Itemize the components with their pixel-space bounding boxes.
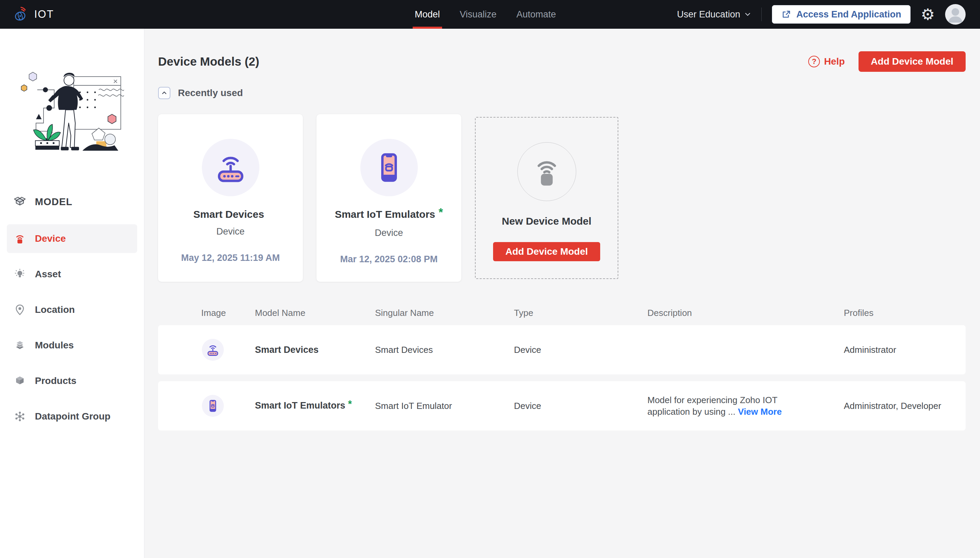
router-icon [214,151,247,184]
col-header-profiles: Profiles [844,308,966,318]
phone-icon [373,151,406,184]
lightbulb-icon [14,268,26,280]
org-dropdown[interactable]: User Education [677,9,751,20]
iot-logo-icon [12,6,29,23]
sidebar-item-label: Asset [35,269,61,280]
sidebar-item-label: Datapoint Group [35,411,110,422]
recently-used-header: Recently used [158,87,966,99]
sidebar-item-modules[interactable]: Modules [7,331,137,360]
device-wifi-icon [14,233,26,245]
col-header-type: Type [514,308,648,318]
topbar-divider [761,8,762,21]
generic-device-icon [530,154,564,189]
cell-model-name: Smart Devices [255,345,375,355]
tab-model[interactable]: Model [413,0,442,29]
sidebar-item-device[interactable]: Device [7,224,137,253]
new-card-icon-circle [517,142,576,201]
card-type: Device [375,228,403,238]
sidebar-item-label: Modules [35,340,74,351]
router-icon [206,343,220,357]
gear-icon[interactable]: ⚙ [921,7,935,22]
sidebar-item-label: Device [35,233,66,244]
new-card-title: New Device Model [502,215,592,227]
table-row[interactable]: Smart IoT Emulators* Smart IoT Emulator … [158,381,966,430]
card-icon-circle [202,139,259,196]
sidebar-menu: MODEL Device [0,192,144,431]
sidebar-section-model: MODEL [7,192,137,212]
sidebar-section-label: MODEL [35,196,72,208]
page-header: Device Models (2) ? Help Add Device Mode… [158,51,966,72]
user-avatar[interactable] [945,4,966,25]
brand: IOT [12,6,54,23]
card-icon-circle [360,139,418,196]
card-date: May 12, 2025 11:19 AM [181,253,280,263]
chevron-up-icon [161,90,167,96]
cell-description: Model for experiencing Zoho IOT applicat… [648,394,801,418]
sidebar-item-products[interactable]: Products [7,366,137,395]
sidebar-item-label: Location [35,304,75,315]
new-device-model-card: New Device Model Add Device Model [475,117,618,279]
add-device-model-card-button[interactable]: Add Device Model [493,242,600,261]
brand-text: IOT [34,8,54,21]
main-content: Device Models (2) ? Help Add Device Mode… [145,29,980,558]
map-pin-icon [14,304,26,315]
cell-singular-name: Smart Devices [375,345,514,355]
cell-profiles: Administrator [844,345,966,355]
recently-used-cards: Smart Devices Device May 12, 2025 11:19 … [158,114,966,282]
cell-singular-name: Smart IoT Emulator [375,401,514,411]
help-link[interactable]: ? Help [808,56,845,67]
topbar-right: User Education Access End Application ⚙ [677,4,966,25]
device-models-table: Image Model Name Singular Name Type Desc… [158,308,966,430]
collapse-toggle[interactable] [158,87,170,99]
sidebar: MODEL Device [0,29,145,558]
sidebar-item-label: Products [35,376,76,386]
question-mark-icon: ? [808,56,820,67]
tab-visualize[interactable]: Visualize [458,0,499,29]
col-header-singular-name: Singular Name [375,308,514,318]
tab-automate[interactable]: Automate [514,0,558,29]
access-end-application-button[interactable]: Access End Application [772,5,911,24]
col-header-model-name: Model Name [255,308,375,318]
recently-used-label: Recently used [178,87,243,98]
col-header-image: Image [201,308,255,318]
col-header-description: Description [648,308,844,318]
cell-profiles: Administrator, Developer [844,401,966,411]
sidebar-illustration [18,56,144,159]
open-box-icon [14,195,26,208]
default-star: * [348,398,352,410]
chevron-down-icon [744,11,751,18]
sidebar-item-asset[interactable]: Asset [7,260,137,289]
row-icon-circle [202,395,224,417]
table-header-row: Image Model Name Singular Name Type Desc… [158,308,966,318]
sidebar-item-location[interactable]: Location [7,295,137,324]
default-star: * [439,206,443,219]
cell-type: Device [514,345,648,355]
external-link-icon [781,10,791,19]
cell-type: Device [514,401,648,411]
page-actions: ? Help Add Device Model [808,51,966,72]
card-title: Smart Devices [193,208,268,220]
cluster-icon [14,410,26,422]
page-title: Device Models (2) [158,55,259,68]
phone-icon [206,399,220,413]
top-tabs: Model Visualize Automate [413,0,558,29]
box-icon [14,375,26,387]
sidebar-item-datapoint-group[interactable]: Datapoint Group [7,402,137,431]
add-device-model-button[interactable]: Add Device Model [858,51,966,72]
cell-model-name: Smart IoT Emulators* [255,400,375,412]
card-title: Smart IoT Emulators* [335,208,443,222]
row-icon-circle [202,339,224,361]
model-card-smart-devices[interactable]: Smart Devices Device May 12, 2025 11:19 … [158,114,303,282]
card-type: Device [216,226,245,237]
card-date: Mar 12, 2025 02:08 PM [340,254,437,265]
model-card-smart-iot-emulators[interactable]: Smart IoT Emulators* Device Mar 12, 2025… [317,114,461,282]
table-row[interactable]: Smart Devices Smart Devices Device Admin… [158,325,966,374]
view-more-link[interactable]: View More [738,407,782,417]
active-tab-underline [413,27,442,29]
layers-icon [14,340,26,351]
topbar: IOT Model Visualize Automate User Educat… [0,0,980,29]
